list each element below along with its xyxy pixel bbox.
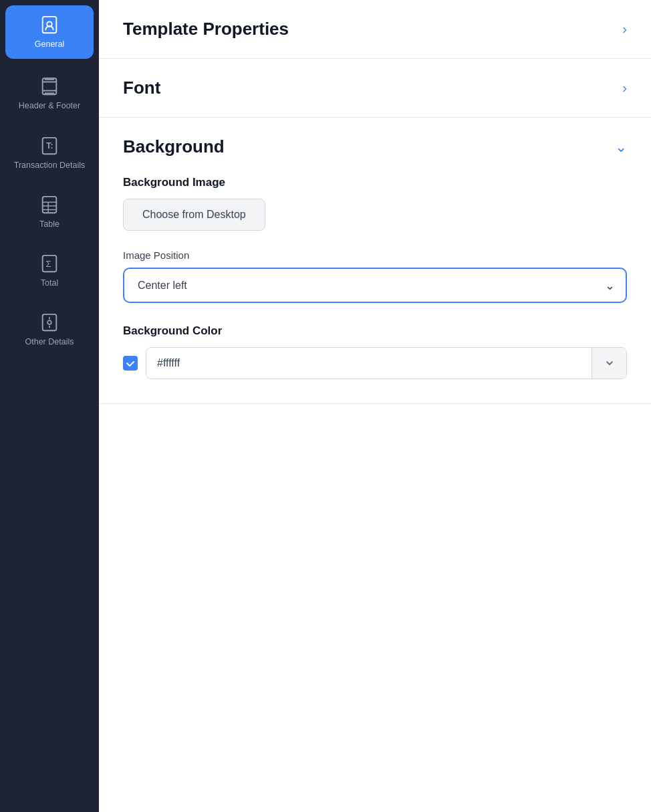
sidebar-item-total-label: Total xyxy=(41,278,58,288)
font-title: Font xyxy=(123,78,160,98)
template-properties-title: Template Properties xyxy=(123,19,289,39)
background-color-label: Background Color xyxy=(123,324,627,338)
font-section: Font › xyxy=(99,59,651,118)
sidebar: General Header & Footer T: Transaction D… xyxy=(0,0,99,812)
svg-text:T:: T: xyxy=(46,140,53,150)
sidebar-item-general-label: General xyxy=(35,39,64,49)
background-title: Background xyxy=(123,136,225,157)
image-position-label: Image Position xyxy=(123,249,627,261)
total-icon: Σ xyxy=(39,253,59,274)
checkmark-icon xyxy=(126,359,135,368)
other-details-icon xyxy=(39,312,59,332)
svg-rect-16 xyxy=(43,314,57,330)
sidebar-item-general[interactable]: General xyxy=(5,5,94,59)
table-icon xyxy=(39,195,59,215)
transaction-details-icon: T: xyxy=(39,136,59,156)
font-header[interactable]: Font › xyxy=(99,59,651,117)
color-picker-button[interactable] xyxy=(592,348,626,379)
sidebar-item-table[interactable]: Table xyxy=(0,183,99,241)
background-header[interactable]: Background ⌄ xyxy=(99,118,651,176)
color-enabled-checkbox[interactable] xyxy=(123,356,138,371)
background-section: Background ⌄ Background Image Choose fro… xyxy=(99,118,651,404)
color-value-input[interactable] xyxy=(146,348,592,379)
template-properties-section: Template Properties › xyxy=(99,0,651,59)
svg-rect-0 xyxy=(43,17,57,33)
svg-point-17 xyxy=(47,320,51,324)
background-chevron: ⌄ xyxy=(615,138,627,156)
sidebar-item-transaction-details[interactable]: T: Transaction Details xyxy=(0,124,99,183)
background-image-label: Background Image xyxy=(123,176,627,189)
image-position-wrapper: Center left Center Center right Top left… xyxy=(123,268,627,303)
sidebar-item-total[interactable]: Σ Total xyxy=(0,241,99,300)
sidebar-item-other-details[interactable]: Other Details xyxy=(0,300,99,359)
background-color-row xyxy=(123,347,627,379)
general-icon xyxy=(39,15,59,35)
main-content: Template Properties › Font › Background … xyxy=(99,0,651,812)
background-expanded: Background Image Choose from Desktop Ima… xyxy=(99,176,651,403)
template-properties-header[interactable]: Template Properties › xyxy=(99,0,651,58)
header-footer-icon xyxy=(39,76,59,96)
image-position-select[interactable]: Center left Center Center right Top left… xyxy=(123,268,627,303)
svg-text:Σ: Σ xyxy=(45,259,51,269)
dropdown-arrow-icon xyxy=(604,358,615,369)
sidebar-item-header-footer[interactable]: Header & Footer xyxy=(0,64,99,123)
sidebar-item-other-details-label: Other Details xyxy=(25,336,74,347)
sidebar-item-transaction-details-label: Transaction Details xyxy=(14,160,86,171)
color-input-wrapper xyxy=(146,347,627,379)
font-chevron: › xyxy=(622,80,627,96)
svg-rect-9 xyxy=(43,197,57,213)
sidebar-item-header-footer-label: Header & Footer xyxy=(19,100,80,111)
choose-from-desktop-button[interactable]: Choose from Desktop xyxy=(123,199,265,231)
svg-rect-2 xyxy=(43,78,57,94)
sidebar-item-table-label: Table xyxy=(39,219,59,229)
template-properties-chevron: › xyxy=(622,21,627,37)
